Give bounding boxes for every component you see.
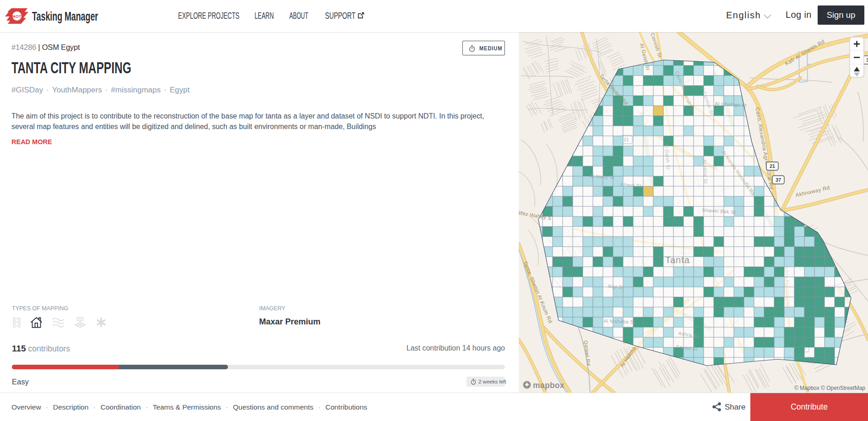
svg-text:HOT: HOT <box>12 14 22 19</box>
svg-text:37: 37 <box>776 177 781 183</box>
svg-text:Al Mahaba St: Al Mahaba St <box>603 318 635 324</box>
svg-text:mapbox: mapbox <box>533 381 564 390</box>
svg-text:37: 37 <box>866 57 868 63</box>
svg-text:Sigr St: Sigr St <box>608 283 624 290</box>
svg-text:Tanta: Tanta <box>665 255 690 265</box>
svg-text:© Mapbox © OpenStreetMap: © Mapbox © OpenStreetMap <box>794 385 865 391</box>
svg-text:21: 21 <box>770 163 775 169</box>
